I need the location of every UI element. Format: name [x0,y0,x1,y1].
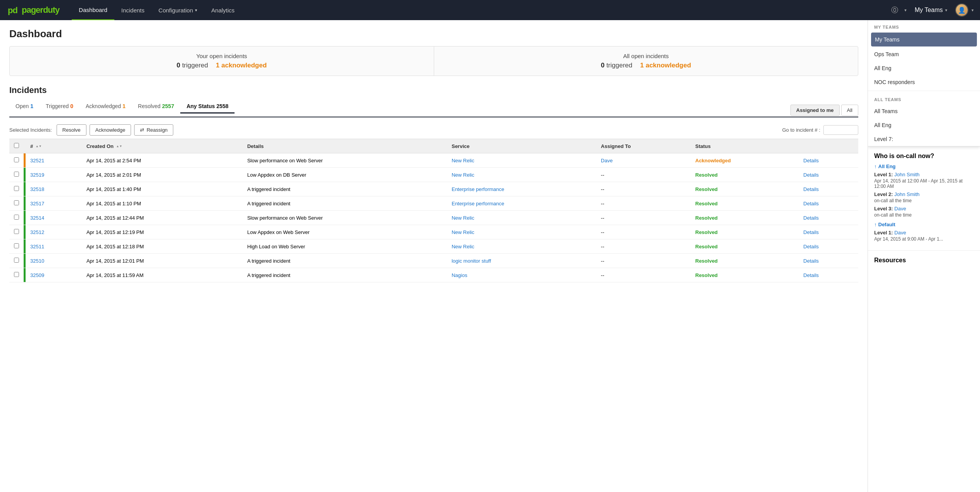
incident-number[interactable]: 32509 [26,268,82,282]
teams-item-all-eng-2[interactable]: All Eng [868,118,980,132]
table-row: 32510 Apr 14, 2015 at 12:01 PM A trigger… [9,254,858,268]
incident-assigned: -- [596,254,690,268]
incident-service[interactable]: New Relic [447,239,596,254]
incident-details-link[interactable]: Details [799,239,858,254]
oncall-default-name[interactable]: ↑ Default [874,222,974,227]
incident-service[interactable]: New Relic [447,153,596,168]
reassign-button[interactable]: ⇄ Reassign [134,124,173,136]
avatar-chevron-icon[interactable]: ▾ [971,8,974,13]
incident-details-link[interactable]: Details [799,268,858,282]
incident-service[interactable]: New Relic [447,211,596,225]
incident-number[interactable]: 32511 [26,239,82,254]
incident-details-link[interactable]: Details [799,211,858,225]
incident-assigned: -- [596,268,690,282]
teams-item-ops-team[interactable]: Ops Team [868,47,980,61]
row-checkbox[interactable] [14,272,19,277]
row-checkbox[interactable] [14,157,19,162]
incident-number[interactable]: 32518 [26,182,82,196]
row-checkbox[interactable] [14,172,19,177]
incident-service[interactable]: New Relic [447,168,596,182]
incidents-table: # ▲▼ Created On ▲▼ Details Service Assig… [9,139,858,282]
incident-number[interactable]: 32519 [26,168,82,182]
incident-number[interactable]: 32514 [26,211,82,225]
incident-assigned: -- [596,239,690,254]
number-sort-icon[interactable]: ▲▼ [36,145,42,148]
incident-number[interactable]: 32512 [26,225,82,239]
incident-service[interactable]: logic monitor stuff [447,254,596,268]
row-checkbox[interactable] [14,200,19,205]
nav-incidents[interactable]: Incidents [114,0,152,20]
oncall-all-eng-name[interactable]: ↑ All Eng [874,163,974,169]
incident-number[interactable]: 32510 [26,254,82,268]
th-created[interactable]: Created On ▲▼ [82,139,243,153]
th-details: Details [243,139,447,153]
incident-status: Resolved [691,254,799,268]
your-ack-count: 1 acknowledged [216,62,267,69]
incident-number[interactable]: 32517 [26,196,82,211]
select-all-checkbox[interactable] [14,143,19,148]
my-teams-button[interactable]: My Teams ▾ [910,0,952,20]
th-number[interactable]: # ▲▼ [26,139,82,153]
user-avatar[interactable]: 👤 [955,3,968,17]
row-checkbox[interactable] [14,229,19,234]
row-checkbox-cell [9,211,24,225]
incident-service[interactable]: Enterprise performance [447,182,596,196]
incident-assigned[interactable]: Dave [596,153,690,168]
resources-title: Resources [874,257,974,264]
tab-triggered[interactable]: Triggered 0 [40,100,79,114]
assigned-to-me-button[interactable]: Assigned to me [790,105,840,116]
incident-details: Slow performance on Web Server [243,211,447,225]
svg-text:pd: pd [8,5,17,15]
page-title: Dashboard [9,28,858,40]
pagerduty-logo[interactable]: pd pagerduty [6,3,59,17]
teams-item-noc[interactable]: NOC responders [868,75,980,89]
incident-details-link[interactable]: Details [799,225,858,239]
teams-item-all-teams[interactable]: All Teams [868,104,980,118]
th-status: Status [691,139,799,153]
tab-resolved[interactable]: Resolved 2557 [132,100,180,114]
tab-any-status[interactable]: Any Status 2558 [180,100,235,114]
incident-created: Apr 14, 2015 at 12:44 PM [82,211,243,225]
row-checkbox-cell [9,168,24,182]
incident-details-link[interactable]: Details [799,153,858,168]
row-checkbox[interactable] [14,215,19,220]
incident-details-link[interactable]: Details [799,196,858,211]
incident-details-link[interactable]: Details [799,168,858,182]
incident-service[interactable]: New Relic [447,225,596,239]
row-checkbox[interactable] [14,243,19,248]
nav-analytics[interactable]: Analytics [204,0,242,20]
your-incidents-col: Your open incidents 0 triggered 1 acknow… [10,46,434,76]
incident-details-link[interactable]: Details [799,254,858,268]
row-checkbox-cell [9,268,24,282]
incident-service[interactable]: Nagios [447,268,596,282]
selected-incidents-label: Selected Incidents: [9,127,52,133]
nav-links: Dashboard Incidents Configuration ▾ Anal… [72,0,888,20]
content-area: Dashboard Your open incidents 0 triggere… [0,20,868,492]
teams-item-level7[interactable]: Level 7: [868,132,980,146]
nav-dashboard[interactable]: Dashboard [72,0,114,20]
tab-acknowledged[interactable]: Acknowledged 1 [79,100,132,114]
incident-service[interactable]: Enterprise performance [447,196,596,211]
incident-number[interactable]: 32521 [26,153,82,168]
all-incidents-col: All open incidents 0 triggered 1 acknowl… [434,46,858,76]
help-chevron[interactable]: ▾ [904,8,907,13]
teams-item-all-eng[interactable]: All Eng [868,61,980,75]
nav-configuration[interactable]: Configuration ▾ [152,0,204,20]
all-button[interactable]: All [841,105,858,116]
goto-input[interactable] [823,125,858,135]
table-row: 32517 Apr 14, 2015 at 1:10 PM A triggere… [9,196,858,211]
incident-created: Apr 14, 2015 at 11:59 AM [82,268,243,282]
incident-details-link[interactable]: Details [799,182,858,196]
tab-open[interactable]: Open 1 [9,100,40,114]
all-incidents-label: All open incidents [443,53,849,59]
acknowledge-button[interactable]: Acknowledge [90,124,131,136]
teams-item-my-teams[interactable]: My Teams [871,33,977,46]
row-checkbox[interactable] [14,186,19,191]
incident-status: Resolved [691,196,799,211]
oncall-l1: Level 1: John Smith [874,172,974,177]
row-checkbox[interactable] [14,258,19,263]
created-sort-icon[interactable]: ▲▼ [116,145,122,148]
help-icon[interactable]: ⓪ [888,5,901,15]
main-layout: Dashboard Your open incidents 0 triggere… [0,20,980,492]
resolve-button[interactable]: Resolve [57,124,86,136]
